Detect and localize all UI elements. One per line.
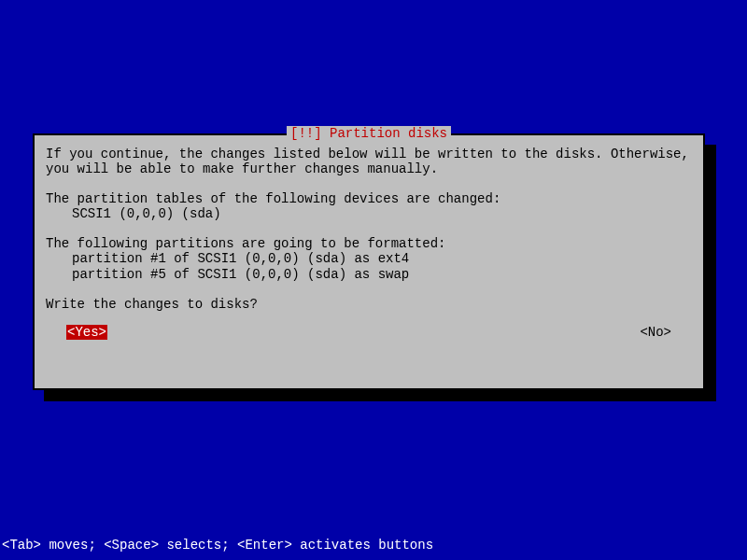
dialog-title-text: [!!] Partition disks — [290, 126, 447, 141]
intro-text: If you continue, the changes listed belo… — [46, 147, 692, 176]
format-list-item: partition #5 of SCSI1 (0,0,0) (sda) as s… — [46, 267, 692, 282]
button-row: <Yes> <No> — [46, 325, 692, 340]
no-button[interactable]: <No> — [640, 325, 671, 340]
tables-list-item: SCSI1 (0,0,0) (sda) — [46, 206, 692, 221]
spacer — [46, 221, 692, 236]
dialog-title: [!!] Partition disks — [287, 126, 451, 141]
spacer — [46, 312, 692, 323]
tables-heading: The partition tables of the following de… — [46, 191, 692, 206]
dialog-content: If you continue, the changes listed belo… — [46, 147, 692, 340]
footer-hint: <Tab> moves; <Space> selects; <Enter> ac… — [2, 538, 433, 553]
partition-disks-dialog: [!!] Partition disks If you continue, th… — [33, 133, 705, 390]
format-heading: The following partitions are going to be… — [46, 236, 692, 251]
format-section: The following partitions are going to be… — [46, 236, 692, 281]
format-list-item: partition #1 of SCSI1 (0,0,0) (sda) as e… — [46, 251, 692, 266]
tables-section: The partition tables of the following de… — [46, 191, 692, 221]
prompt-text: Write the changes to disks? — [46, 297, 692, 312]
yes-button[interactable]: <Yes> — [66, 325, 107, 340]
spacer — [46, 282, 692, 297]
